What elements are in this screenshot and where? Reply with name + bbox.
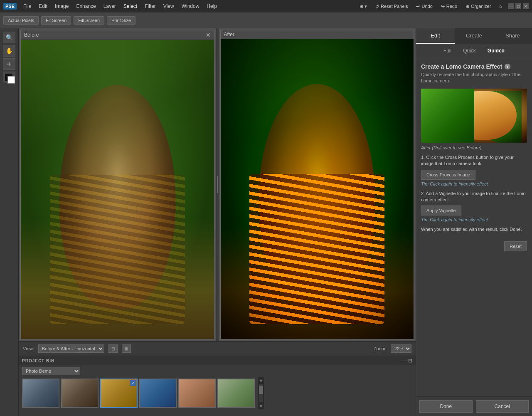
before-panel: Before ✕ [20, 30, 214, 339]
effect-title: Create a Lomo Camera Effect i [421, 63, 527, 70]
before-image [21, 40, 214, 339]
guided-content: Create a Lomo Camera Effect i Quickly re… [416, 58, 532, 396]
zoom-select[interactable]: 22% [391, 344, 411, 353]
title-bar: PSE File Edit Image Enhance Layer Select… [0, 0, 532, 12]
window-controls: — □ ✕ [508, 3, 529, 9]
after-image [221, 39, 414, 339]
bin-minimize-icon[interactable]: — [401, 358, 406, 364]
menu-window[interactable]: Window [178, 2, 203, 10]
thumbnail-2[interactable] [61, 379, 99, 408]
before-label: Before [24, 32, 39, 38]
menu-help[interactable]: Help [203, 2, 220, 10]
redo-button[interactable]: ↪ Redo [438, 2, 460, 10]
organizer-button[interactable]: ⊞ Organizer [463, 2, 493, 10]
reset-panels-button[interactable]: ↺ Reset Panels [373, 2, 410, 10]
fit-screen-button[interactable]: Fit Screen [41, 16, 71, 25]
done-button[interactable]: Done [419, 400, 473, 413]
tip2-text: Tip: Click again to intensify effect [421, 217, 527, 222]
step2-text: 2. Add a Vignette to your image to final… [421, 191, 527, 203]
after-label-bar: After [221, 30, 414, 39]
project-bin: PROJECT BIN — ⊟ Photo Demo [19, 356, 416, 416]
thumbnail-scrollbar[interactable]: ▲ ▼ [258, 377, 264, 409]
view-label: View: [23, 346, 34, 351]
cancel-button[interactable]: Cancel [476, 400, 529, 413]
panel-tabs: Edit Create Share [416, 28, 532, 44]
menu-file[interactable]: File [20, 2, 34, 10]
thumbnails-area: ✓ [19, 377, 258, 409]
bin-controls: — ⊟ [401, 358, 412, 364]
right-panel: Edit Create Share Full Quick Guided Crea… [416, 28, 532, 416]
close-button[interactable]: ✕ [523, 3, 529, 9]
tab-share[interactable]: Share [493, 28, 532, 44]
project-bin-header: PROJECT BIN — ⊟ [19, 356, 416, 365]
menu-filter[interactable]: Filter [141, 2, 159, 10]
after-photo [221, 39, 414, 339]
preview-caption: After (Roll over to see Before) [421, 145, 527, 150]
project-bin-title: PROJECT BIN [22, 359, 54, 363]
view-icon-vertical[interactable]: ⊞ [122, 344, 131, 353]
color-tool[interactable] [3, 72, 15, 83]
step1-text: 1. Click the Cross Process button to giv… [421, 154, 527, 167]
view-icon-horizontal[interactable]: ⊟ [108, 344, 118, 353]
move-tool[interactable]: ✛ [3, 58, 15, 70]
after-panel: After [220, 30, 414, 339]
before-photo [21, 40, 214, 339]
mode-quick[interactable]: Quick [457, 46, 482, 55]
view-select[interactable]: Before & After - Horizontal [38, 344, 104, 353]
thumbnail-5[interactable] [178, 379, 216, 408]
project-bin-toolbar: Photo Demo [19, 365, 416, 377]
reset-button[interactable]: Reset [504, 241, 527, 251]
mode-full[interactable]: Full [438, 46, 457, 55]
main-area: 🔍 ✋ ✛ Before ✕ [0, 28, 532, 416]
thumbnail-4[interactable] [139, 379, 177, 408]
album-select[interactable]: Photo Demo [22, 367, 80, 375]
actual-pixels-button[interactable]: Actual Pixels [3, 16, 39, 25]
menu-view[interactable]: View [160, 2, 177, 10]
mode-guided[interactable]: Guided [482, 46, 510, 55]
menu-image[interactable]: Image [52, 2, 72, 10]
tip1-text: Tip: Click again to intensify effect [421, 181, 527, 186]
scroll-down-icon[interactable]: ▼ [258, 403, 264, 409]
home-button[interactable]: ⌂ [497, 2, 505, 10]
hand-tool[interactable]: ✋ [3, 45, 15, 57]
thumbnail-1[interactable] [22, 379, 59, 408]
menu-bar: File Edit Image Enhance Layer Select Fil… [20, 2, 354, 10]
tab-edit[interactable]: Edit [416, 28, 455, 44]
satisfied-text: When you are satisfied with the result, … [421, 226, 527, 233]
undo-button[interactable]: ↩ Undo [414, 2, 435, 10]
panel-bottom-actions: Done Cancel [416, 396, 532, 416]
menu-enhance[interactable]: Enhance [73, 2, 99, 10]
zoom-label: Zoom: [374, 346, 387, 351]
menu-layer[interactable]: Layer [100, 2, 119, 10]
effect-description: Quickly recreate the fun photographic st… [421, 72, 527, 84]
scroll-up-icon[interactable]: ▲ [258, 377, 264, 383]
close-before-button[interactable]: ✕ [206, 32, 211, 38]
bin-expand-icon[interactable]: ⊟ [408, 358, 412, 364]
print-size-button[interactable]: Print Size [107, 16, 135, 25]
canvas-area: Before ✕ After [19, 28, 416, 341]
maximize-button[interactable]: □ [515, 3, 521, 9]
menu-select[interactable]: Select [120, 2, 140, 10]
zoom-tool[interactable]: 🔍 [3, 32, 15, 43]
toolbar: Actual Pixels Fit Screen Fill Screen Pri… [0, 12, 532, 28]
tab-create[interactable]: Create [455, 28, 493, 44]
layout-button[interactable]: ⊞ ▾ [357, 2, 369, 10]
center-area: Before ✕ After [19, 28, 416, 416]
bottom-controls: View: Before & After - Horizontal ⊟ ⊞ Zo… [19, 341, 416, 356]
thumbnail-3[interactable]: ✓ [100, 379, 138, 408]
cross-process-button[interactable]: Cross Process Image [421, 170, 475, 180]
after-label: After [224, 32, 234, 37]
thumbnail-6[interactable] [217, 379, 255, 408]
canvas-divider[interactable] [216, 28, 219, 341]
preview-girl-photo [421, 89, 527, 143]
fill-screen-button[interactable]: Fill Screen [74, 16, 104, 25]
tools-panel: 🔍 ✋ ✛ [0, 28, 19, 416]
menu-edit[interactable]: Edit [35, 2, 51, 10]
apply-vignette-button[interactable]: Apply Vignette [421, 206, 461, 215]
titlebar-right: ⊞ ▾ ↺ Reset Panels ↩ Undo ↪ Redo ⊞ Organ… [357, 2, 529, 10]
before-label-bar: Before ✕ [21, 30, 214, 40]
app-logo: PSE [3, 3, 17, 10]
minimize-button[interactable]: — [508, 3, 514, 9]
info-icon[interactable]: i [505, 64, 510, 69]
effect-preview-image [421, 89, 527, 143]
